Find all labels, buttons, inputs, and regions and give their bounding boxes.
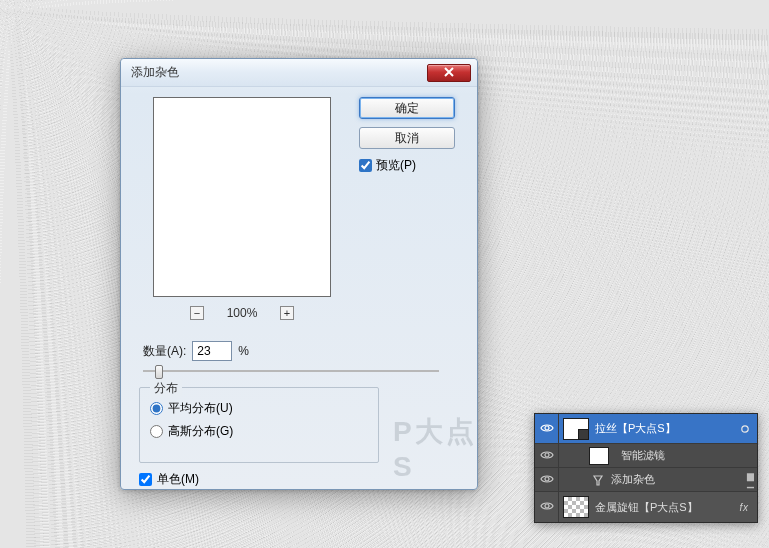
slider-thumb[interactable] — [155, 365, 163, 379]
cancel-button[interactable]: 取消 — [359, 127, 455, 149]
visibility-toggle[interactable] — [535, 444, 559, 467]
svg-point-3 — [545, 477, 549, 481]
watermark-text: P大点S — [393, 413, 477, 483]
zoom-in-button[interactable]: + — [280, 306, 294, 320]
fx-indicator[interactable]: fx — [733, 492, 757, 522]
svg-point-1 — [742, 425, 748, 431]
slider-track — [143, 370, 439, 372]
gaussian-radio[interactable] — [150, 425, 163, 438]
filter-mask-thumbnail[interactable] — [589, 447, 609, 465]
preview-area[interactable] — [153, 97, 331, 297]
amount-suffix: % — [238, 344, 249, 358]
close-icon — [444, 66, 454, 80]
uniform-radio-row[interactable]: 平均分布(U) — [150, 400, 368, 417]
visibility-toggle[interactable] — [535, 414, 559, 443]
eye-icon — [540, 501, 554, 513]
distribution-fieldset: 分布 平均分布(U) 高斯分布(G) — [139, 387, 379, 463]
close-button[interactable] — [427, 64, 471, 82]
monochrome-checkbox[interactable] — [139, 473, 152, 486]
svg-point-0 — [545, 426, 549, 430]
layer-name[interactable]: 添加杂色 — [611, 472, 743, 487]
fx-badge: fx — [740, 502, 749, 513]
ok-button[interactable]: 确定 — [359, 97, 455, 119]
uniform-radio-label: 平均分布(U) — [168, 400, 233, 417]
zoom-level: 100% — [222, 306, 262, 320]
eye-icon — [540, 474, 554, 486]
dialog-buttons: 确定 取消 预览(P) — [359, 97, 455, 174]
monochrome-row[interactable]: 单色(M) — [139, 471, 199, 488]
distribution-legend: 分布 — [150, 380, 182, 397]
layer-row-metal-knob[interactable]: 金属旋钮【P大点S】 fx — [535, 492, 757, 522]
layer-name[interactable]: 拉丝【P大点S】 — [595, 421, 733, 436]
monochrome-label: 单色(M) — [157, 471, 199, 488]
preview-checkbox-label: 预览(P) — [376, 157, 416, 174]
svg-point-2 — [545, 453, 549, 457]
filter-collapse-icon[interactable] — [733, 414, 757, 443]
eye-icon — [540, 423, 554, 435]
dialog-titlebar[interactable]: 添加杂色 — [121, 59, 477, 87]
amount-input[interactable] — [192, 341, 232, 361]
dialog-body: − 100% + 确定 取消 预览(P) 数量(A): % 分布 平均分布(U — [121, 87, 477, 489]
dialog-title: 添加杂色 — [131, 64, 427, 81]
layer-thumbnail[interactable] — [563, 418, 589, 440]
zoom-out-button[interactable]: − — [190, 306, 204, 320]
uniform-radio[interactable] — [150, 402, 163, 415]
visibility-toggle[interactable] — [535, 492, 559, 522]
layer-name[interactable]: 金属旋钮【P大点S】 — [595, 500, 733, 515]
add-noise-dialog: 添加杂色 − 100% + 确定 取消 预览(P) 数量(A): % — [120, 58, 478, 490]
filter-blend-icon[interactable]: ▆▁ — [743, 473, 757, 487]
layer-row-smart-filters[interactable]: 智能滤镜 — [535, 444, 757, 468]
amount-label: 数量(A): — [143, 343, 186, 360]
amount-slider[interactable] — [143, 363, 439, 379]
eye-icon — [540, 450, 554, 462]
layer-thumbnail[interactable] — [563, 496, 589, 518]
amount-row: 数量(A): % — [143, 341, 249, 361]
layers-panel: 拉丝【P大点S】 智能滤镜 添加杂色 ▆▁ — [534, 413, 758, 523]
preview-checkbox-row[interactable]: 预览(P) — [359, 157, 455, 174]
preview-checkbox[interactable] — [359, 159, 372, 172]
layer-row-brushed[interactable]: 拉丝【P大点S】 — [535, 414, 757, 444]
gaussian-radio-row[interactable]: 高斯分布(G) — [150, 423, 368, 440]
layer-row-add-noise-filter[interactable]: 添加杂色 ▆▁ — [535, 468, 757, 492]
layer-name[interactable]: 智能滤镜 — [621, 448, 757, 463]
zoom-controls: − 100% + — [153, 303, 331, 323]
gaussian-radio-label: 高斯分布(G) — [168, 423, 233, 440]
visibility-toggle[interactable] — [535, 468, 559, 491]
filter-item-icon — [591, 473, 605, 487]
svg-marker-4 — [594, 476, 602, 485]
svg-point-5 — [545, 504, 549, 508]
